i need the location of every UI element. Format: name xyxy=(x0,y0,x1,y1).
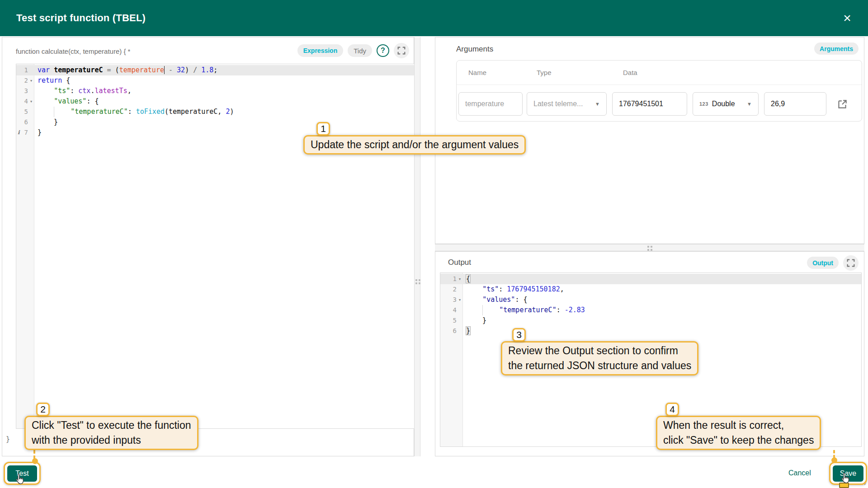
cursor-hand-icon xyxy=(839,473,851,486)
column-type: Type xyxy=(537,69,552,76)
cancel-button[interactable]: Cancel xyxy=(788,469,811,477)
horizontal-splitter[interactable] xyxy=(435,244,864,251)
callout-1-number: 1 xyxy=(316,122,330,136)
code-line: 3▾ "values": { xyxy=(440,295,861,305)
arguments-badge: Arguments xyxy=(814,42,859,55)
code-line: 6} xyxy=(440,326,861,336)
callout-2-number: 2 xyxy=(36,403,50,416)
callout-1-tooltip: Update the script and/or the argument va… xyxy=(303,135,526,155)
arguments-table-header: Name Type Data xyxy=(457,61,862,85)
code-line: 4 "temperatureC": -2.83 xyxy=(440,305,861,315)
output-title: Output xyxy=(448,258,471,267)
dialog-header: Test script function (TBEL) × xyxy=(0,0,868,36)
argument-timestamp-field[interactable]: 17679451501 xyxy=(612,92,687,116)
chevron-down-icon: ▼ xyxy=(747,101,752,107)
arguments-table: Name Type Data temperature Latest teleme… xyxy=(456,60,862,122)
argument-type-select[interactable]: Latest teleme... ▼ xyxy=(527,92,607,116)
chevron-down-icon: ▼ xyxy=(595,101,600,107)
splitter-grip xyxy=(647,246,652,251)
callout-2-tooltip: Click "Test" to execute the function wit… xyxy=(24,416,198,450)
script-toolbar: Expression Tidy ? xyxy=(297,43,409,58)
callout-text: Review the Output section to confirm xyxy=(508,343,691,358)
code-line: 6 } xyxy=(16,117,415,127)
number-type-icon: 123 xyxy=(699,101,708,107)
callout-3-tooltip: Review the Output section to confirm the… xyxy=(501,341,698,375)
arguments-title: Arguments xyxy=(456,45,493,54)
value-type-select[interactable]: 123 Double ▼ xyxy=(693,92,759,116)
output-fullscreen-icon[interactable] xyxy=(843,255,859,271)
callout-text: When the result is correct, xyxy=(663,418,814,433)
callout-2-connector xyxy=(33,450,35,459)
dialog-title: Test script function (TBEL) xyxy=(16,12,146,24)
column-data: Data xyxy=(623,69,637,76)
code-line: 4▾ "values": { xyxy=(16,96,415,107)
code-line: 1var temperatureC = (temperature - 32) /… xyxy=(16,65,415,75)
code-line: 1▾{ xyxy=(440,274,861,284)
code-line: 5 "temperatureC": toFixed(temperatureC, … xyxy=(16,107,415,117)
callout-text: Click "Test" to execute the function xyxy=(32,418,191,433)
splitter-grip xyxy=(415,279,420,284)
code-line: 3 "ts": ctx.latestTs, xyxy=(16,86,415,96)
fullscreen-icon[interactable] xyxy=(394,43,409,58)
value-type-value: Double xyxy=(712,100,735,108)
callout-4-number: 4 xyxy=(665,403,679,416)
cursor-hand-icon xyxy=(14,474,25,487)
help-icon[interactable]: ? xyxy=(377,44,389,57)
code-line: 2 "ts": 1767945150182, xyxy=(440,284,861,295)
callout-text: with the provided inputs xyxy=(32,433,191,448)
function-signature: function calculate(ctx, temperature) { * xyxy=(16,47,130,55)
script-code-editor[interactable]: 1var temperatureC = (temperature - 32) /… xyxy=(16,64,415,429)
column-name: Name xyxy=(468,69,486,76)
output-badge: Output xyxy=(807,257,839,269)
tidy-button[interactable]: Tidy xyxy=(348,44,372,57)
code-line: 2▾return { xyxy=(16,75,415,86)
script-panel: function calculate(ctx, temperature) { *… xyxy=(2,37,414,456)
argument-value-field[interactable]: 26,9 xyxy=(764,92,826,116)
callout-2-dot xyxy=(32,458,38,464)
close-icon[interactable]: × xyxy=(839,10,855,26)
vertical-splitter[interactable] xyxy=(414,37,420,456)
callout-4-dot xyxy=(831,457,837,463)
function-closing-brace: } xyxy=(6,435,10,443)
callout-3-number: 3 xyxy=(512,328,526,342)
callout-text: click "Save" to keep the changes xyxy=(663,433,814,448)
argument-type-value: Latest teleme... xyxy=(533,100,583,108)
argument-name-field[interactable]: temperature xyxy=(458,92,523,116)
expression-badge: Expression xyxy=(297,44,343,57)
code-line: 5 } xyxy=(440,315,861,326)
open-in-new-icon[interactable] xyxy=(836,99,848,112)
callout-text: the returned JSON structure and values xyxy=(508,358,691,373)
callout-4-tooltip: When the result is correct, click "Save"… xyxy=(656,416,821,450)
callout-text: Update the script and/or the argument va… xyxy=(311,137,519,152)
